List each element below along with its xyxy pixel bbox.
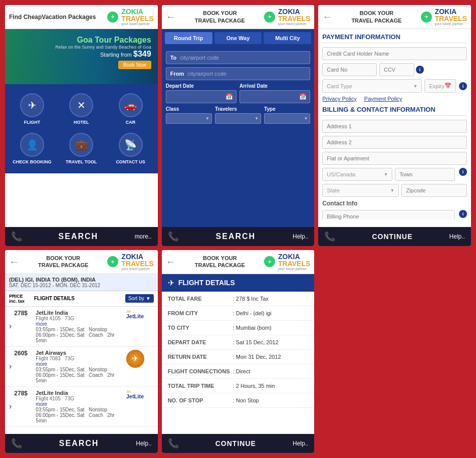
- tab-one-way[interactable]: One Way: [214, 32, 262, 44]
- banner-price: Starting from $349: [100, 50, 151, 59]
- flight-1-logo: Jet JetLite: [126, 310, 154, 319]
- class-select[interactable]: ▼: [166, 113, 212, 124]
- address1-input[interactable]: [322, 120, 467, 133]
- tab-multi-city[interactable]: Multi City: [264, 32, 311, 44]
- detail-flight-connections: FLIGHT CONNECTIONS : Direct: [162, 364, 315, 379]
- flight-details-continue-button[interactable]: CONTINUE: [215, 439, 256, 447]
- home-title: Find CheapVacation Packages: [9, 14, 96, 21]
- hotel-icon: ✕: [69, 93, 93, 117]
- sort-by-label: Sort by: [128, 296, 144, 301]
- panel-home: Find CheapVacation Packages ✈ ZOKIA TRAV…: [5, 5, 158, 246]
- travel-tool-icon-item[interactable]: 💼 TRAVEL TOOL: [57, 129, 106, 168]
- flight-item-2[interactable]: › 260$ Jet Airways Flight 7083 73G more …: [5, 347, 158, 387]
- expiry-info-icon[interactable]: i: [459, 82, 467, 90]
- flight-details-header-title: BOOK YOUR TRAVEL PACKAGE: [195, 255, 245, 269]
- flight-2-price: 260$: [14, 350, 33, 357]
- flight-icon-item[interactable]: ✈ FLIGHT: [8, 89, 57, 129]
- address2-input[interactable]: [322, 136, 467, 149]
- panel-flight-details: ← BOOK YOUR TRAVEL PACKAGE ✈ ZOKIATRAVEL…: [162, 250, 315, 453]
- from-label: From: [170, 71, 184, 77]
- flight-details-header: ← BOOK YOUR TRAVEL PACKAGE ✈ ZOKIATRAVEL…: [162, 250, 315, 274]
- hotel-label: HOTEL: [74, 120, 89, 125]
- sort-by-button[interactable]: Sort by ▼: [125, 294, 154, 303]
- arrival-date-input[interactable]: 📅: [240, 90, 310, 103]
- depart-calendar-icon: 📅: [225, 93, 233, 100]
- payment-policy-link[interactable]: Payment Policy: [364, 96, 402, 102]
- town-info-icon[interactable]: i: [459, 168, 467, 176]
- card-type-expiry-row: Card Type ▼ Expiry 📅 i: [322, 79, 467, 93]
- phone-icon-4: 📞: [11, 438, 22, 449]
- sort-dropdown-icon: ▼: [146, 296, 151, 301]
- flight-item-3[interactable]: › 278$ JetLite India Flight 4105 73G mor…: [5, 387, 158, 427]
- flight-dates-text: SAT. DEC 15-2012 - MON. DEC 31-2012: [9, 283, 154, 288]
- check-booking-label: CHECK BOOKING: [13, 159, 52, 164]
- type-select[interactable]: ▼: [264, 113, 310, 124]
- panel-payment: ← BOOK YOUR TRAVEL PACKAGE ✈ ZOKIATRAVEL…: [318, 5, 471, 246]
- flight-2-arrow-icon: ›: [9, 362, 12, 371]
- class-travelers-type-row: Class ▼ Travelers ▼ Type ▼: [166, 106, 311, 124]
- expiry-select[interactable]: Expiry 📅: [424, 79, 456, 93]
- contact-us-icon-item[interactable]: 📡 CONTACT US: [106, 129, 155, 168]
- flight-help-link[interactable]: Help..: [136, 440, 151, 447]
- flight-1-arrow-icon: ›: [9, 322, 12, 331]
- more-link[interactable]: more..: [135, 233, 152, 240]
- travelers-dropdown-arrow-icon: ▼: [255, 116, 259, 121]
- logo-name-5: ZOKIATRAVELS: [278, 253, 310, 267]
- flight-list-back-icon[interactable]: ←: [9, 256, 19, 268]
- country-select[interactable]: US/Canada ▼: [322, 168, 392, 181]
- card-holder-input[interactable]: [322, 47, 467, 60]
- payment-back-icon[interactable]: ←: [322, 11, 332, 23]
- flight-details-list: TOTAL FARE : 278 $ Inc Tax FROM CITY : D…: [162, 292, 315, 434]
- town-input[interactable]: [395, 168, 455, 181]
- book-now-button[interactable]: Book Now: [118, 61, 151, 69]
- ccv-info-icon[interactable]: i: [416, 66, 424, 74]
- car-icon-item[interactable]: 🚗 CAR: [106, 89, 155, 129]
- flight-list-logo: ✈ ZOKIATRAVELS your travel partner: [107, 253, 153, 271]
- depart-date-label: Depart Date: [166, 83, 236, 89]
- card-type-select[interactable]: Card Type ▼: [322, 79, 422, 93]
- search-header: ← BOOK YOUR TRAVEL PACKAGE ✈ ZOKIATRAVEL…: [162, 5, 315, 29]
- class-label: Class: [166, 106, 212, 112]
- flight-3-number: Flight 4105 73G: [36, 396, 123, 401]
- home-bottom-bar: 📞 SEARCH more..: [5, 227, 158, 246]
- depart-date-input[interactable]: 📅: [166, 90, 236, 103]
- banner-content: Goa Tour Packages Relax on the Sunny and…: [9, 33, 154, 72]
- flight-details-help-link[interactable]: Help..: [293, 440, 308, 447]
- state-zipcode-row: State ▼: [322, 184, 467, 197]
- state-select[interactable]: State ▼: [322, 184, 399, 197]
- privacy-policy-link[interactable]: Privacy Policy: [322, 96, 356, 102]
- payment-help-link[interactable]: Help..: [449, 233, 465, 240]
- flight-item-1[interactable]: › 278$ JetLite India Flight 4105 73G mor…: [5, 307, 158, 347]
- card-no-input[interactable]: [322, 63, 377, 76]
- flight-search-button[interactable]: SEARCH: [59, 439, 99, 448]
- flight-2-more-link[interactable]: more: [36, 361, 123, 367]
- address1-field: [322, 120, 467, 133]
- detail-total-fare: TOTAL FARE : 278 $ Inc Tax: [162, 292, 315, 306]
- back-arrow-icon[interactable]: ←: [166, 11, 176, 23]
- hotel-icon-item[interactable]: ✕ HOTEL: [57, 89, 106, 129]
- total-trip-time-label: TOTAL TRIP TIME: [168, 383, 233, 389]
- flight-details-back-icon[interactable]: ←: [166, 256, 176, 268]
- card-type-label: Card Type: [327, 83, 352, 89]
- continue-button[interactable]: CONTINUE: [372, 233, 412, 241]
- flight-1-more-link[interactable]: more: [36, 321, 123, 327]
- car-label: CAR: [126, 120, 136, 125]
- search-button[interactable]: SEARCH: [59, 232, 99, 241]
- state-dropdown-icon: ▼: [390, 188, 394, 193]
- phone-icon-2: 📞: [168, 231, 179, 242]
- help-link[interactable]: Help..: [293, 233, 308, 240]
- zipcode-input[interactable]: [401, 184, 467, 197]
- search-button-2[interactable]: SEARCH: [216, 232, 256, 241]
- ccv-input[interactable]: [379, 63, 414, 76]
- check-booking-icon-item[interactable]: 👤 CHECK BOOKING: [8, 129, 57, 168]
- travelers-select[interactable]: ▼: [215, 113, 261, 124]
- tab-round-trip[interactable]: Round Trip: [165, 32, 212, 44]
- flight-3-more-link[interactable]: more: [36, 401, 123, 407]
- type-dropdown-arrow-icon: ▼: [304, 116, 308, 121]
- billing-phone-info-icon[interactable]: i: [459, 210, 467, 218]
- total-fare-label: TOTAL FARE: [168, 296, 233, 302]
- flight-details-plane-icon: ✈: [168, 278, 174, 288]
- billing-phone-input[interactable]: [322, 210, 455, 219]
- flat-apartment-input[interactable]: [322, 152, 467, 165]
- detail-return-date: RETURN DATE : Mon 31 Dec, 2012: [162, 350, 315, 364]
